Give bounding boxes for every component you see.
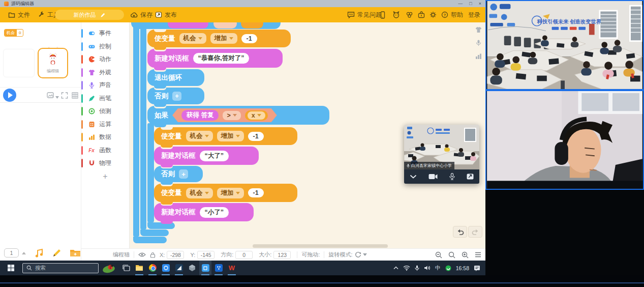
tray-chevron-up-icon[interactable] xyxy=(393,266,398,270)
add-material-folder-icon[interactable] xyxy=(70,248,81,257)
outer-loop-foot[interactable] xyxy=(133,237,167,243)
palette-item-control[interactable]: 控制 xyxy=(81,40,129,53)
minimize-button[interactable]: — xyxy=(458,1,463,6)
palette-item-functions[interactable]: Fx函数 xyxy=(81,144,129,157)
tray-green-app-icon[interactable] xyxy=(445,265,451,271)
else-block-outer[interactable]: 否则 + xyxy=(147,88,204,104)
variable-x-reporter[interactable]: x xyxy=(245,110,268,121)
add-category-button[interactable]: + xyxy=(81,170,129,183)
pencil-tool-icon[interactable] xyxy=(52,248,62,258)
palette-item-sensing[interactable]: 侦测 xyxy=(81,105,129,118)
taskbar-app-editor-active[interactable] xyxy=(199,261,211,275)
visibility-eye-icon[interactable] xyxy=(138,252,146,257)
speaker-icon[interactable] xyxy=(424,265,431,271)
music-note-icon[interactable] xyxy=(34,248,44,258)
dialog-text-input[interactable]: “小了” xyxy=(200,207,229,218)
direction-input[interactable]: 0 xyxy=(235,251,253,259)
clock[interactable]: 16:58 xyxy=(456,265,469,271)
expand-icon[interactable] xyxy=(467,174,474,180)
fullscreen-icon[interactable] xyxy=(61,92,68,101)
background-image-button[interactable] xyxy=(47,92,59,101)
classroom-video-feed[interactable]: 科技引领未来 创造改变世界 xyxy=(485,0,644,90)
dialog-block-correct[interactable]: 新建对话框 “恭喜你,答对了” xyxy=(147,49,283,68)
operation-dropdown[interactable]: 增加 xyxy=(217,188,244,198)
sound-tab-icon[interactable] xyxy=(475,40,482,46)
set-variable-block-3[interactable]: 使变量 机会 增加 -1 xyxy=(154,184,297,202)
set-variable-block-1[interactable]: 使变量 机会 增加 -1 xyxy=(147,30,291,47)
exit-loop-block[interactable]: 退出循环 xyxy=(147,69,204,86)
undo-button[interactable] xyxy=(453,226,467,238)
mobile-preview-button[interactable] xyxy=(380,7,386,22)
start-button[interactable] xyxy=(0,261,21,275)
comparison-operator-dropdown[interactable]: > xyxy=(223,111,240,120)
material-box-button[interactable] xyxy=(418,7,425,22)
outer-if-spine[interactable] xyxy=(140,22,146,229)
y-coordinate-input[interactable]: -145 xyxy=(197,251,214,259)
page-selector[interactable]: 1 xyxy=(4,248,19,257)
wifi-icon[interactable] xyxy=(403,265,410,271)
dialog-text-input[interactable]: “恭喜你,答对了” xyxy=(193,53,250,64)
outer-if-foot[interactable] xyxy=(140,229,169,236)
task-view-button[interactable] xyxy=(120,261,132,275)
if-block-spine[interactable] xyxy=(147,123,154,222)
palette-item-events[interactable]: 事件 xyxy=(81,27,129,40)
background-thumbnail[interactable] xyxy=(3,49,35,77)
chevron-down-icon[interactable] xyxy=(363,253,367,256)
camera-icon[interactable] xyxy=(428,174,438,180)
x-coordinate-input[interactable]: -298 xyxy=(167,251,184,259)
palette-item-looks[interactable]: 外观 xyxy=(81,66,129,79)
palette-item-pen[interactable]: 画笔 xyxy=(81,92,129,105)
palette-item-operators[interactable]: 运算 xyxy=(81,118,129,131)
taskbar-app-mail[interactable] xyxy=(173,261,185,275)
variable-dropdown[interactable]: 机会 xyxy=(186,188,213,198)
zoom-out-icon[interactable] xyxy=(435,251,442,259)
taskbar-app-blue[interactable] xyxy=(160,261,172,275)
publish-button[interactable]: 发布 xyxy=(155,7,177,22)
file-menu[interactable]: 文件 xyxy=(8,7,30,22)
microphone-icon[interactable] xyxy=(449,173,455,180)
palette-item-data[interactable]: 数据 xyxy=(81,131,129,144)
set-variable-block-2[interactable]: 使变量 机会 增加 -1 xyxy=(154,127,297,145)
dialog-block-big[interactable]: 新建对话框 “大了” xyxy=(154,147,259,165)
maximize-button[interactable]: □ xyxy=(469,1,472,6)
variable-monitor[interactable]: 机会 0 xyxy=(4,29,23,37)
dialog-text-input[interactable]: “大了” xyxy=(200,151,229,161)
palette-item-sound[interactable]: 声音 xyxy=(81,79,129,92)
value-input[interactable]: -1 xyxy=(241,34,257,43)
redo-button[interactable] xyxy=(468,226,482,238)
character-button[interactable] xyxy=(392,7,400,22)
taskbar-app-file-explorer[interactable] xyxy=(133,261,145,275)
save-button[interactable]: 保存 xyxy=(130,7,152,22)
zoom-reset-icon[interactable] xyxy=(448,251,455,259)
play-button[interactable] xyxy=(3,89,16,102)
menu-icon[interactable] xyxy=(475,252,481,257)
variable-dropdown[interactable]: 机会 xyxy=(186,131,213,141)
lock-icon[interactable] xyxy=(150,252,156,258)
value-input[interactable]: -1 xyxy=(248,132,264,141)
faq-button[interactable]: 常见问题 xyxy=(347,7,382,22)
notification-center-icon[interactable] xyxy=(474,265,480,271)
settings-button[interactable] xyxy=(430,7,437,22)
operation-dropdown[interactable]: 增加 xyxy=(210,33,237,44)
palette-item-motion[interactable]: 动作 xyxy=(81,53,129,66)
login-button[interactable]: 登录 xyxy=(468,7,480,22)
close-button[interactable]: × xyxy=(479,1,481,6)
else-block-inner[interactable]: 否则 + xyxy=(154,166,203,182)
zoom-in-icon[interactable] xyxy=(462,251,469,259)
if-block[interactable]: 如果 获得 答复 > x xyxy=(147,106,329,125)
project-name-input[interactable]: 新的作品 xyxy=(55,10,124,20)
value-input[interactable]: -1 xyxy=(248,188,264,197)
grid-icon[interactable] xyxy=(72,92,78,101)
ladybug-doodle-icon[interactable] xyxy=(102,263,116,274)
dialog-block-small[interactable]: 新建对话框 “小了” xyxy=(154,203,254,221)
else-add-button[interactable]: + xyxy=(179,169,188,179)
call-overlay-window[interactable]: 白河县宋家镇中心小学 xyxy=(404,125,479,184)
blocks-button[interactable] xyxy=(406,7,413,22)
horizontal-scrollbar[interactable] xyxy=(253,244,388,248)
data-tab-icon[interactable] xyxy=(475,53,482,60)
rotation-mode-icon[interactable] xyxy=(355,251,361,258)
taskbar-app-whiteboard[interactable] xyxy=(212,261,225,275)
collapse-chevron-icon[interactable] xyxy=(410,175,417,179)
variable-dropdown[interactable]: 机会 xyxy=(179,33,206,44)
else-add-button[interactable]: + xyxy=(172,92,181,101)
